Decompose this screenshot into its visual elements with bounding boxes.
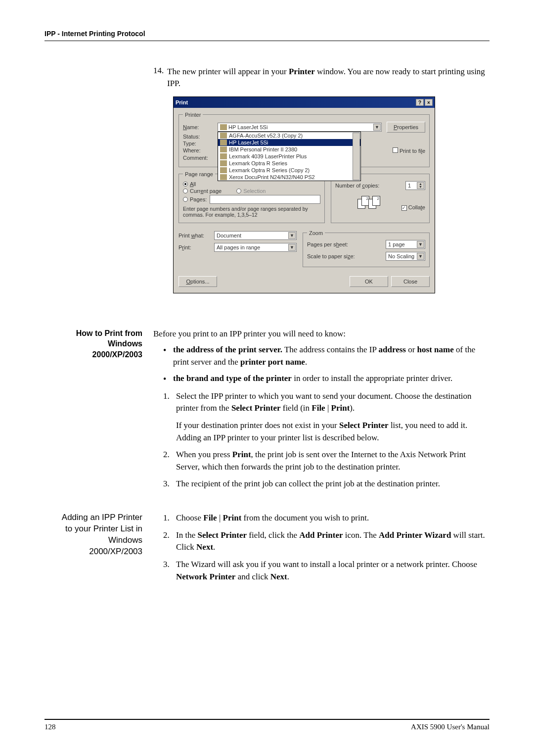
print-to-file-checkbox xyxy=(393,147,398,153)
pages-hint: Enter page numbers and/or page ranges se… xyxy=(183,206,320,218)
properties-button: Properties xyxy=(387,122,425,133)
options-button: Options... xyxy=(178,276,217,287)
bullet-1: the address of the print server. The add… xyxy=(173,344,490,368)
step-3-number: 3. xyxy=(163,478,176,490)
all-radio-label: All xyxy=(190,181,196,187)
step-3-text: The recipient of the print job can colle… xyxy=(176,478,490,490)
pages-per-sheet-label: Pages per sheet: xyxy=(307,241,348,247)
print-what-dropdown: Document▼ xyxy=(214,231,297,240)
print-range-dropdown: All pages in range▼ xyxy=(214,243,297,252)
step-2-text: When you press Print, the print job is s… xyxy=(176,449,490,473)
step-1-text: Select the IPP printer to which you want… xyxy=(176,390,490,415)
scale-dropdown: No Scaling▼ xyxy=(386,252,425,261)
print-dialog-screenshot: Print ? × Printer Name: HP LaserJet 5 xyxy=(173,96,490,293)
pages-radio-label: Pages: xyxy=(190,196,207,202)
status-label: Status: xyxy=(183,134,218,140)
close-button-icon: × xyxy=(425,99,433,106)
howto-intro: Before you print to an IPP printer you w… xyxy=(153,328,490,340)
step-1-para: If your destination printer does not exi… xyxy=(176,420,490,444)
collate-label: Collate xyxy=(408,204,425,210)
type-label: Type: xyxy=(183,141,218,146)
printer-icon xyxy=(220,124,227,130)
bullet-icon: • xyxy=(163,344,173,368)
close-button: Close xyxy=(391,276,430,287)
copies-label: Number of copies: xyxy=(335,183,379,189)
help-button-icon: ? xyxy=(416,99,424,106)
add-step-3-text: The Wizard will ask you if you want to i… xyxy=(176,559,490,583)
dropdown-arrow-icon: ▼ xyxy=(373,124,381,131)
name-label: Name: xyxy=(183,124,218,130)
current-page-label: Current page xyxy=(190,188,222,194)
comment-label: Comment: xyxy=(183,155,218,161)
current-page-radio xyxy=(183,189,188,193)
add-step-2-number: 2. xyxy=(163,529,176,554)
page-number: 128 xyxy=(44,723,56,731)
pages-radio xyxy=(183,197,188,202)
ok-button: OK xyxy=(350,276,388,287)
where-label: Where: xyxy=(183,147,218,153)
step-14-number: 14. xyxy=(153,66,167,76)
header-breadcrumb: IPP - Internet Printing Protocol xyxy=(44,30,490,41)
printer-group-legend: Printer xyxy=(183,112,203,118)
dialog-title: Print xyxy=(176,99,188,105)
print-range-label: Print: xyxy=(178,244,214,250)
step-1-number: 1. xyxy=(163,390,176,415)
selection-radio xyxy=(236,189,241,193)
adding-heading: Adding an IPP Printer to your Printer Li… xyxy=(44,512,153,587)
step-2-number: 2. xyxy=(163,449,176,473)
print-to-file-label: Print to file xyxy=(400,148,425,154)
printer-name-dropdown: HP LaserJet 5Si ▼ xyxy=(218,123,382,132)
bullet-2: the brand and type of the printer in ord… xyxy=(173,373,490,385)
scale-label: Scale to paper size: xyxy=(307,253,355,259)
add-step-3-number: 3. xyxy=(163,559,176,583)
all-radio xyxy=(183,182,188,187)
collate-icon: 12 12 xyxy=(356,193,380,211)
page-range-legend: Page range xyxy=(183,171,215,177)
pages-input xyxy=(210,195,320,204)
zoom-legend: Zoom xyxy=(307,230,325,236)
add-step-1-text: Choose File | Print from the document yo… xyxy=(176,512,490,524)
add-step-1-number: 1. xyxy=(163,512,176,524)
add-step-2-text: In the Select Printer field, click the A… xyxy=(176,529,490,554)
copies-spinner: 1 ▲▼ xyxy=(405,181,425,190)
manual-title: AXIS 5900 User's Manual xyxy=(411,723,490,731)
bullet-icon: • xyxy=(163,373,173,385)
collate-checkbox: ✓ xyxy=(401,205,407,211)
dropdown-scrollbar xyxy=(353,133,360,180)
step-14-text: The new printer will appear in your Prin… xyxy=(167,66,490,90)
selection-label: Selection xyxy=(243,188,266,194)
print-what-label: Print what: xyxy=(178,233,214,238)
pages-per-sheet-dropdown: 1 page▼ xyxy=(386,240,425,249)
howto-heading: How to Print from Windows 2000/XP/2003 xyxy=(44,328,153,495)
printer-dropdown-list: AGFA-AccuSet v52.3 (Copy 2) HP LaserJet … xyxy=(218,132,361,181)
